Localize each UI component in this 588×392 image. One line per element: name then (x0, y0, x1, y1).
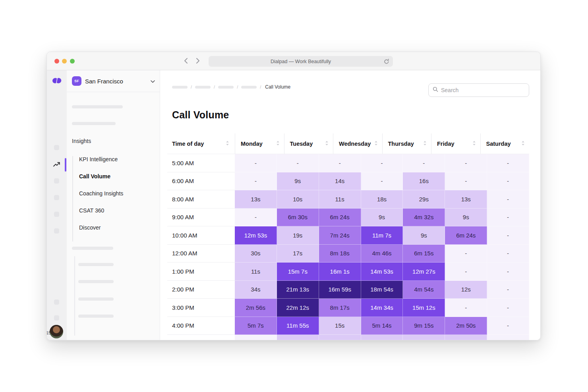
back-icon[interactable] (184, 58, 188, 64)
heatmap-cell[interactable] (319, 335, 361, 340)
close-button[interactable] (54, 59, 59, 64)
heatmap-cell[interactable]: 6m 24s (445, 226, 487, 245)
heatmap-cell[interactable]: 19s (277, 226, 319, 245)
heatmap-cell[interactable]: - (487, 154, 529, 172)
rail-placeholder-icon[interactable] (54, 299, 59, 305)
heatmap-cell[interactable]: 8m 18s (319, 245, 361, 263)
rail-placeholder-icon[interactable] (54, 195, 59, 200)
heatmap-cell[interactable]: 14s (319, 172, 361, 191)
heatmap-cell[interactable]: 30s (235, 245, 277, 263)
heatmap-cell[interactable]: - (235, 209, 277, 227)
heatmap-cell[interactable]: 15m 7s (277, 263, 319, 281)
heatmap-cell[interactable] (235, 335, 277, 340)
heatmap-cell[interactable]: 5m 7s (235, 317, 277, 335)
heatmap-cell[interactable]: - (487, 172, 529, 191)
column-header-thursday[interactable]: Thursday (382, 133, 431, 154)
heatmap-cell[interactable]: - (445, 245, 487, 263)
heatmap-cell[interactable]: 29s (403, 190, 445, 209)
search-box[interactable] (428, 83, 529, 97)
heatmap-cell[interactable]: 15s (319, 317, 361, 335)
rail-placeholder-icon[interactable] (54, 315, 59, 321)
heatmap-cell[interactable]: - (487, 209, 529, 227)
heatmap-cell[interactable]: 16s (403, 172, 445, 191)
heatmap-cell[interactable]: - (403, 154, 445, 172)
heatmap-cell[interactable]: 9s (361, 209, 403, 227)
column-header-saturday[interactable]: Saturday (480, 133, 530, 154)
search-input[interactable] (441, 87, 525, 93)
refresh-icon[interactable] (384, 58, 389, 66)
heatmap-cell[interactable]: 14m 34s (361, 299, 403, 317)
heatmap-cell[interactable]: 16m 1s (319, 263, 361, 281)
forward-icon[interactable] (195, 58, 200, 64)
heatmap-cell[interactable]: 11s (235, 263, 277, 281)
heatmap-cell[interactable]: 4m 46s (361, 245, 403, 263)
heatmap-cell[interactable]: 12s (445, 281, 487, 299)
heatmap-cell[interactable]: 9s (445, 209, 487, 227)
heatmap-cell[interactable]: - (361, 154, 403, 172)
heatmap-cell[interactable]: 16m 59s (319, 281, 361, 299)
heatmap-cell[interactable]: - (487, 245, 529, 263)
heatmap-cell[interactable]: - (445, 299, 487, 317)
zoom-button[interactable] (70, 59, 75, 64)
heatmap-cell[interactable]: - (487, 299, 529, 317)
heatmap-cell[interactable]: 11s (319, 190, 361, 209)
heatmap-cell[interactable]: 9s (277, 172, 319, 191)
heatmap-cell[interactable]: 12m 27s (403, 263, 445, 281)
heatmap-cell[interactable]: - (487, 263, 529, 281)
heatmap-cell[interactable]: - (319, 154, 361, 172)
heatmap-cell[interactable]: 13s (235, 190, 277, 209)
heatmap-cell[interactable]: 21m 13s (277, 281, 319, 299)
heatmap-cell[interactable] (403, 335, 445, 340)
user-avatar[interactable] (50, 325, 63, 338)
heatmap-cell[interactable] (361, 335, 403, 340)
workspace-switcher[interactable]: SF San Francisco (72, 75, 155, 87)
heatmap-cell[interactable]: 17s (277, 245, 319, 263)
heatmap-cell[interactable]: - (445, 154, 487, 172)
heatmap-cell[interactable]: 9s (403, 226, 445, 245)
rail-placeholder-icon[interactable] (54, 145, 59, 150)
column-header-wednesday[interactable]: Wednesday (333, 133, 382, 154)
heatmap-cell[interactable]: - (361, 172, 403, 191)
heatmap-cell[interactable]: - (487, 317, 529, 335)
sidebar-item-call-volume[interactable]: Call Volume (79, 173, 123, 180)
heatmap-cell[interactable]: 12m 53s (235, 226, 277, 245)
minimize-button[interactable] (62, 59, 67, 64)
heatmap-cell[interactable]: 5m 14s (361, 317, 403, 335)
heatmap-cell[interactable]: 22m 12s (277, 299, 319, 317)
heatmap-cell[interactable] (277, 335, 319, 340)
address-bar[interactable]: Dialpad — Work Beautifully (209, 56, 393, 67)
heatmap-cell[interactable]: 11m 7s (361, 226, 403, 245)
column-header-friday[interactable]: Friday (431, 133, 480, 154)
analytics-trend-icon[interactable] (53, 161, 61, 170)
heatmap-cell[interactable]: - (235, 154, 277, 172)
sidebar-item-discover[interactable]: Discover (79, 224, 123, 231)
heatmap-cell[interactable]: - (445, 263, 487, 281)
heatmap-cell[interactable]: 11m 55s (277, 317, 319, 335)
heatmap-cell[interactable]: 13s (445, 190, 487, 209)
rail-placeholder-icon[interactable] (54, 212, 59, 217)
column-header-tuesday[interactable]: Tuesday (284, 133, 333, 154)
heatmap-cell[interactable]: - (235, 172, 277, 191)
heatmap-cell[interactable]: 4m 32s (403, 209, 445, 227)
heatmap-cell[interactable]: 6m 24s (319, 209, 361, 227)
heatmap-cell[interactable]: 6m 15s (403, 245, 445, 263)
heatmap-cell[interactable]: - (487, 281, 529, 299)
heatmap-cell[interactable]: 18m 54s (361, 281, 403, 299)
heatmap-cell[interactable] (487, 335, 529, 340)
heatmap-cell[interactable]: 2m 50s (445, 317, 487, 335)
heatmap-cell[interactable]: 15m 12s (403, 299, 445, 317)
dialpad-logo-icon[interactable] (52, 77, 62, 86)
column-header-monday[interactable]: Monday (235, 133, 284, 154)
heatmap-cell[interactable]: 4m 54s (403, 281, 445, 299)
heatmap-cell[interactable] (445, 335, 487, 340)
sidebar-item-coaching-insights[interactable]: Coaching Insights (79, 190, 123, 197)
heatmap-cell[interactable]: - (487, 226, 529, 245)
heatmap-cell[interactable]: - (487, 190, 529, 209)
heatmap-cell[interactable]: 2m 56s (235, 299, 277, 317)
heatmap-cell[interactable]: - (445, 172, 487, 191)
sidebar-item-csat-360[interactable]: CSAT 360 (79, 207, 123, 214)
rail-placeholder-icon[interactable] (54, 228, 59, 234)
rail-placeholder-icon[interactable] (54, 178, 59, 183)
sidebar-item-kpi-intelligence[interactable]: KPI Intelligence (79, 156, 123, 162)
heatmap-cell[interactable]: 7m 24s (319, 226, 361, 245)
